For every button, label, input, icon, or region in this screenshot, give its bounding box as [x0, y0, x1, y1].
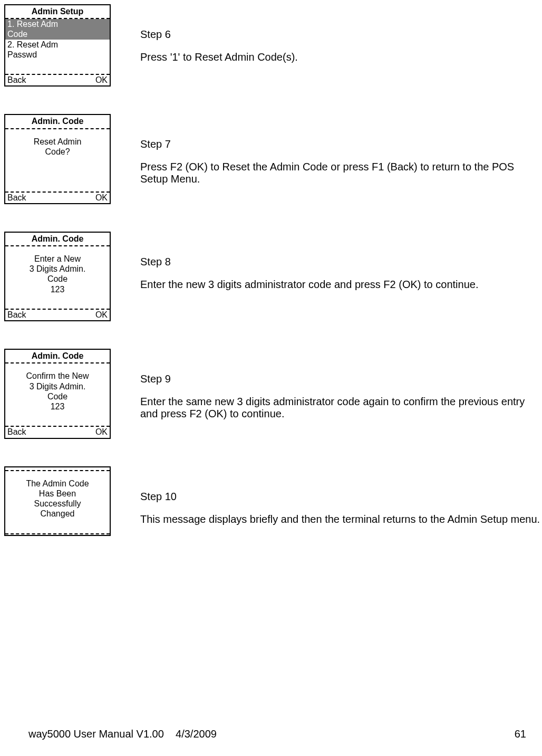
- softkey-back[interactable]: Back: [7, 193, 26, 203]
- screen-title: Admin. Code: [5, 350, 110, 362]
- step-instructions: Step 6 Press '1' to Reset Admin Code(s).: [140, 4, 542, 63]
- step-row: Admin. Code Enter a New 3 Digits Admin. …: [4, 232, 542, 321]
- screen-line: Confirm the New: [7, 371, 108, 381]
- screen-content: Reset Admin Code?: [5, 129, 110, 192]
- screen-content: The Admin Code Has Been Successfully Cha…: [5, 471, 110, 533]
- screen-line: Has Been: [7, 489, 108, 499]
- screen-line: Successfully: [7, 499, 108, 509]
- step-label: Step 6: [140, 28, 542, 41]
- softkey-back[interactable]: Back: [7, 310, 26, 320]
- step-label: Step 8: [140, 256, 542, 268]
- screen-line: 3 Digits Admin.: [7, 264, 108, 274]
- screen-line: The Admin Code: [7, 479, 108, 489]
- step-body: Enter the same new 3 digits administrato…: [140, 396, 542, 420]
- terminal-screen: Admin. Code Reset Admin Code? Back OK: [4, 114, 111, 204]
- screen-line: Enter a New: [7, 254, 108, 264]
- admin-code-confirm-input[interactable]: 123: [7, 401, 108, 412]
- screen-line: 3 Digits Admin.: [7, 381, 108, 391]
- menu-list: 1. Reset Adm Code 2. Reset Adm Passwd: [5, 19, 110, 74]
- step-body: Press F2 (OK) to Reset the Admin Code or…: [140, 161, 542, 185]
- terminal-screen: Admin Setup 1. Reset Adm Code 2. Reset A…: [4, 4, 111, 87]
- step-body: This message displays briefly and then t…: [140, 513, 542, 525]
- screen-line: Code?: [7, 147, 108, 157]
- screen-line: Code: [7, 274, 108, 284]
- step-instructions: Step 8 Enter the new 3 digits administra…: [140, 232, 542, 291]
- softkeys: Back OK: [5, 427, 110, 437]
- step-body: Enter the new 3 digits administrator cod…: [140, 279, 542, 291]
- softkey-ok[interactable]: OK: [95, 75, 108, 85]
- softkeys: [5, 534, 110, 535]
- menu-item-reset-adm-passwd[interactable]: 2. Reset Adm Passwd: [5, 40, 110, 60]
- screen-line: Reset Admin: [7, 137, 108, 147]
- step-row: Admin. Code Confirm the New 3 Digits Adm…: [4, 349, 542, 438]
- step-row: Admin Setup 1. Reset Adm Code 2. Reset A…: [4, 4, 542, 87]
- softkeys: Back OK: [5, 75, 110, 85]
- step-instructions: Step 7 Press F2 (OK) to Reset the Admin …: [140, 114, 542, 185]
- step-label: Step 10: [140, 491, 542, 503]
- screen-content: Confirm the New 3 Digits Admin. Code 123: [5, 363, 110, 426]
- screen-line: Code: [7, 391, 108, 401]
- step-label: Step 9: [140, 373, 542, 385]
- softkey-back[interactable]: Back: [7, 427, 26, 437]
- step-instructions: Step 9 Enter the same new 3 digits admin…: [140, 349, 542, 420]
- step-row: The Admin Code Has Been Successfully Cha…: [4, 466, 542, 536]
- step-label: Step 7: [140, 138, 542, 150]
- step-instructions: Step 10 This message displays briefly an…: [140, 466, 542, 525]
- admin-code-input[interactable]: 123: [7, 284, 108, 294]
- screen-line: Changed: [7, 509, 108, 519]
- softkey-ok[interactable]: OK: [95, 427, 108, 437]
- screen-title: Admin. Code: [5, 115, 110, 128]
- menu-item-reset-adm-code[interactable]: 1. Reset Adm Code: [5, 19, 110, 39]
- terminal-screen: The Admin Code Has Been Successfully Cha…: [4, 466, 111, 536]
- terminal-screen: Admin. Code Confirm the New 3 Digits Adm…: [4, 349, 111, 438]
- step-body: Press '1' to Reset Admin Code(s).: [140, 51, 542, 63]
- softkey-ok[interactable]: OK: [95, 310, 108, 320]
- screen-content: Enter a New 3 Digits Admin. Code 123: [5, 246, 110, 309]
- softkey-back[interactable]: Back: [7, 75, 26, 85]
- softkey-ok[interactable]: OK: [95, 193, 108, 203]
- screen-title: Admin Setup: [5, 5, 110, 18]
- softkeys: Back OK: [5, 193, 110, 203]
- page: Admin Setup 1. Reset Adm Code 2. Reset A…: [0, 0, 542, 536]
- softkeys: Back OK: [5, 310, 110, 320]
- step-row: Admin. Code Reset Admin Code? Back OK St…: [4, 114, 542, 204]
- screen-title: Admin. Code: [5, 233, 110, 245]
- terminal-screen: Admin. Code Enter a New 3 Digits Admin. …: [4, 232, 111, 321]
